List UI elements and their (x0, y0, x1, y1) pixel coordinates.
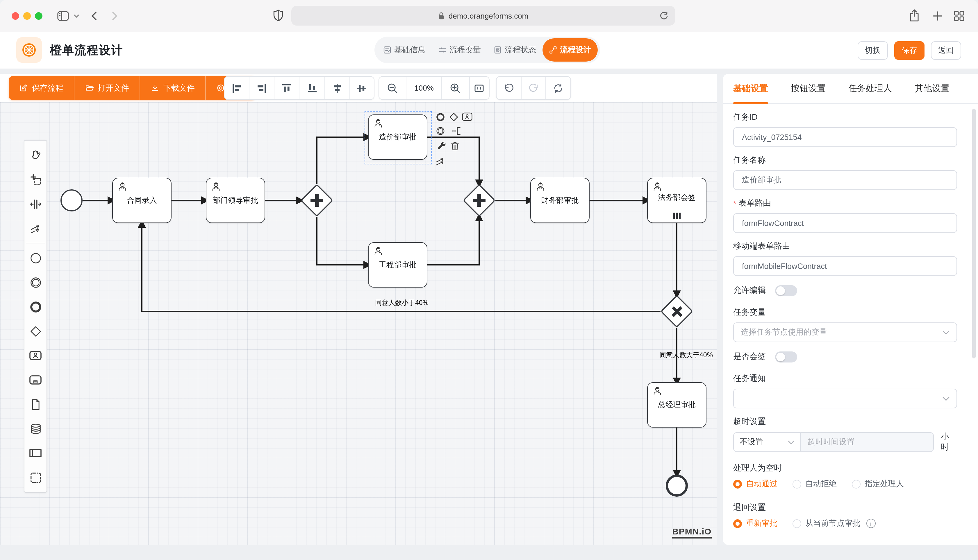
radio-from-current-node[interactable]: 从当前节点审批i (792, 518, 875, 528)
task-name-input[interactable] (733, 170, 957, 190)
countersign-toggle[interactable] (775, 351, 797, 362)
start-event[interactable] (60, 189, 83, 212)
allow-edit-toggle[interactable] (775, 285, 797, 296)
zoom-in-button[interactable] (442, 77, 470, 99)
space-tool-icon[interactable] (24, 192, 47, 216)
create-end-event-icon[interactable] (24, 295, 47, 319)
delete-trash-icon[interactable] (449, 140, 460, 152)
share-icon[interactable] (909, 9, 920, 23)
undo-icon (503, 82, 515, 94)
url-bar[interactable]: demo.orangeforms.com (291, 6, 675, 25)
append-gateway-icon[interactable] (448, 111, 459, 123)
return-setting-label: 退回设置 (733, 502, 957, 513)
flow-condition-label: 同意人数小于40% (355, 298, 448, 307)
zoom-out-button[interactable] (379, 77, 407, 99)
append-intermediate-event-icon[interactable] (434, 125, 446, 137)
create-user-task-icon[interactable] (24, 343, 47, 368)
task-contract-entry[interactable]: 合同录入 (112, 178, 172, 223)
download-file-button[interactable]: 下载文件 (140, 76, 206, 100)
create-gateway-icon[interactable] (24, 319, 47, 343)
task-notify-select[interactable] (733, 388, 957, 408)
bpmn-canvas[interactable]: 合同录入 部门领导审批 造价部审批 工程部审批 财务部审批 法务部会签 总经理审… (0, 102, 717, 545)
create-data-store-icon[interactable] (24, 417, 47, 441)
selection-outline (364, 111, 432, 164)
user-task-icon (652, 181, 663, 192)
hand-tool-icon[interactable] (24, 143, 47, 167)
tab-process-status[interactable]: 流程状态 (487, 38, 542, 62)
align-right-button[interactable] (249, 77, 274, 99)
change-type-wrench-icon[interactable] (436, 140, 447, 152)
zoom-fit-button[interactable] (470, 77, 489, 99)
tab-process-variables[interactable]: 流程变量 (432, 38, 487, 62)
window-close-button[interactable] (12, 12, 19, 20)
mobile-form-route-label: 移动端表单路由 (733, 241, 957, 252)
allow-edit-label: 允许编辑 (733, 285, 766, 296)
privacy-shield-icon[interactable] (273, 9, 283, 22)
open-file-button[interactable]: 打开文件 (74, 76, 140, 100)
return-setting-options: 重新审批 从当前节点审批i (733, 518, 957, 529)
user-task-icon (211, 181, 222, 192)
radio-auto-reject[interactable]: 自动拒绝 (792, 479, 837, 489)
task-engineering-dept-approval[interactable]: 工程部审批 (368, 242, 427, 288)
end-event[interactable] (666, 475, 688, 497)
timeout-mode-select[interactable]: 不设置 (733, 432, 800, 452)
tab-basic-info[interactable]: 基础信息 (377, 38, 432, 62)
radio-auto-approve[interactable]: 自动通过 (733, 479, 777, 489)
user-task-icon (117, 181, 128, 192)
forward-icon[interactable] (112, 11, 118, 21)
form-route-input[interactable] (733, 213, 957, 233)
undo-button[interactable] (497, 77, 521, 99)
switch-button[interactable]: 切换 (858, 41, 888, 60)
panel-scrollbar[interactable] (972, 108, 976, 358)
append-user-task-icon[interactable] (461, 111, 473, 123)
back-button[interactable]: 返回 (931, 41, 961, 60)
align-left-button[interactable] (224, 77, 249, 99)
lasso-tool-icon[interactable] (24, 167, 47, 192)
status-doc-icon (494, 46, 502, 54)
refresh-icon[interactable] (659, 11, 668, 20)
timeout-value-input[interactable]: 超时时间设置 (800, 432, 934, 452)
append-text-annotation-icon[interactable] (451, 125, 462, 137)
task-variable-select[interactable]: 选择任务节点使用的变量 (733, 322, 957, 342)
redo-button[interactable] (521, 77, 546, 99)
task-general-manager-approval[interactable]: 总经理审批 (647, 382, 707, 428)
save-flow-button[interactable]: 保存流程 (9, 76, 74, 100)
new-tab-icon[interactable] (933, 11, 943, 21)
back-icon[interactable] (91, 11, 97, 21)
bpmn-io-logo[interactable]: BPMN.iO (672, 526, 711, 538)
task-id-input[interactable] (733, 127, 957, 147)
tab-basic-settings[interactable]: 基础设置 (733, 73, 768, 104)
tab-task-assignee[interactable]: 任务处理人 (848, 73, 892, 104)
connect-tool-icon[interactable] (434, 155, 446, 167)
window-minimize-button[interactable] (23, 12, 31, 20)
tab-overview-icon[interactable] (954, 10, 965, 22)
align-center-horizontal-button[interactable] (325, 77, 350, 99)
create-intermediate-event-icon[interactable] (24, 270, 47, 295)
reset-button[interactable] (546, 77, 570, 99)
sidebar-toggle-icon[interactable] (57, 10, 69, 22)
save-button[interactable]: 保存 (894, 41, 925, 60)
append-end-event-icon[interactable] (434, 111, 446, 123)
radio-assign-handler[interactable]: 指定处理人 (852, 479, 904, 489)
chevron-down-icon (943, 330, 950, 334)
window-zoom-button[interactable] (35, 12, 42, 20)
mobile-form-route-input[interactable] (733, 256, 957, 276)
task-legal-dept-countersign[interactable]: 法务部会签 (647, 178, 707, 223)
radio-reapprove[interactable]: 重新审批 (733, 518, 777, 528)
tab-other-settings[interactable]: 其他设置 (914, 73, 950, 104)
create-group-icon[interactable] (24, 465, 47, 490)
global-connect-icon[interactable] (24, 216, 47, 240)
create-data-object-icon[interactable] (24, 392, 47, 417)
app-header: 橙单流程设计 基础信息 流程变量 流程状态 流程设计 切换 保存 返回 (0, 32, 978, 69)
task-dept-leader-approval[interactable]: 部门领导审批 (206, 178, 265, 223)
create-start-event-icon[interactable] (24, 246, 47, 270)
chevron-down-icon[interactable] (74, 15, 79, 18)
align-bottom-button[interactable] (300, 77, 325, 99)
align-top-button[interactable] (275, 77, 300, 99)
tab-process-design[interactable]: 流程设计 (542, 38, 598, 62)
tab-button-settings[interactable]: 按钮设置 (791, 73, 826, 104)
create-participant-icon[interactable] (24, 441, 47, 465)
align-center-vertical-button[interactable] (350, 77, 374, 99)
task-finance-dept-approval[interactable]: 财务部审批 (530, 178, 590, 223)
create-subprocess-icon[interactable] (24, 368, 47, 392)
